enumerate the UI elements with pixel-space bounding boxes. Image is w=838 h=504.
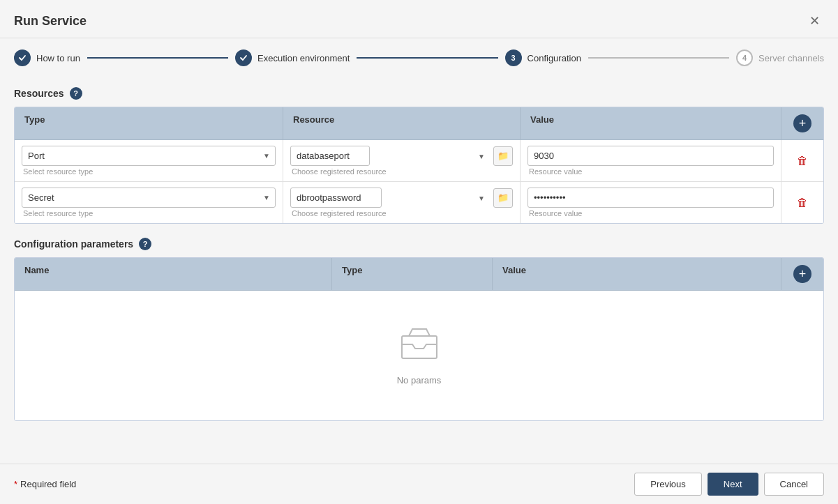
step-icon-server-channels: 4 [736, 49, 753, 66]
trash-icon-2: 🗑 [797, 197, 808, 209]
config-params-table-header: Name Type Value + [15, 258, 823, 291]
step-icon-execution-env [235, 49, 252, 66]
close-button[interactable]: ✕ [805, 11, 824, 31]
select-arrow-icon-res-2: ▼ [478, 194, 485, 201]
resource-value-hint-2: Resource value [528, 209, 774, 217]
required-label: Required field [20, 479, 76, 489]
resource-type-select-2[interactable]: Secret [22, 188, 276, 208]
resource-type-hint-1: Select resource type [22, 167, 276, 176]
empty-text: No params [397, 375, 442, 385]
resources-table-header: Type Resource Value + [15, 107, 823, 140]
resources-col-resource: Resource [283, 107, 521, 139]
resource-value-cell-1: Resource value [521, 140, 781, 181]
resource-type-cell-1: Port ▼ Select resource type [15, 140, 283, 181]
resources-table: Type Resource Value + Port [14, 107, 824, 224]
resources-section-header: Resources ? [14, 87, 824, 100]
step-icon-configuration: 3 [505, 49, 522, 66]
config-params-section-header: Configuration parameters ? [14, 238, 824, 250]
resource-type-select-wrapper-1: Port ▼ [22, 146, 276, 166]
table-row: Port ▼ Select resource type databaseport… [15, 140, 823, 182]
required-star: * [14, 479, 17, 489]
steps-bar: How to run Execution environment 3 Confi… [0, 38, 838, 77]
folder-icon-2: 📁 [497, 192, 509, 203]
step-label-how-to-run: How to run [36, 53, 80, 63]
resource-folder-button-2[interactable]: 📁 [493, 188, 513, 208]
resource-actions-cell-2: 🗑 [781, 182, 823, 223]
delete-resource-button-2[interactable]: 🗑 [794, 194, 811, 212]
step-connector-3 [588, 57, 729, 59]
step-configuration[interactable]: 3 Configuration [505, 49, 581, 66]
footer-buttons: Previous Next Cancel [634, 473, 824, 496]
step-label-server-channels: Server channels [758, 53, 824, 63]
resource-type-hint-2: Select resource type [22, 209, 276, 217]
empty-state: No params [15, 291, 823, 420]
select-arrow-icon-res-1: ▼ [478, 152, 485, 160]
step-execution-env[interactable]: Execution environment [235, 49, 350, 66]
table-row: Secret ▼ Select resource type dbrootpass… [15, 182, 823, 223]
dialog-header: Run Service ✕ [0, 0, 838, 38]
trash-icon-1: 🗑 [797, 155, 808, 167]
resource-value-hint-1: Resource value [528, 167, 774, 176]
step-how-to-run[interactable]: How to run [14, 49, 80, 66]
required-field-note: * Required field [14, 479, 76, 489]
add-param-button[interactable]: + [793, 265, 811, 283]
resource-folder-button-1[interactable]: 📁 [493, 146, 513, 166]
config-params-title: Configuration parameters [14, 238, 133, 250]
step-label-execution-env: Execution environment [257, 53, 350, 63]
resource-type-cell-2: Secret ▼ Select resource type [15, 182, 283, 223]
params-col-name: Name [15, 258, 332, 290]
config-params-table: Name Type Value + [14, 257, 824, 421]
resources-col-add: + [781, 107, 823, 139]
dialog-body: Resources ? Type Resource Value + [0, 77, 838, 464]
resources-col-value: Value [521, 107, 781, 139]
resource-name-hint-2: Choose registered resource [290, 209, 513, 217]
step-icon-how-to-run [14, 49, 31, 66]
delete-resource-button-1[interactable]: 🗑 [794, 152, 811, 170]
dialog-footer: * Required field Previous Next Cancel [0, 464, 838, 504]
config-params-help-icon[interactable]: ? [139, 238, 151, 250]
resource-value-input-1[interactable] [528, 146, 774, 166]
resources-help-icon[interactable]: ? [70, 87, 82, 100]
resource-value-cell-2: Resource value [521, 182, 781, 223]
resource-type-select-wrapper-2: Secret ▼ [22, 188, 276, 208]
step-connector-1 [87, 57, 228, 59]
resources-col-type: Type [15, 107, 283, 139]
next-button[interactable]: Next [708, 473, 758, 496]
resource-name-cell-1: databaseport ▼ 📁 Choose registered resou… [283, 140, 521, 181]
resource-name-hint-1: Choose registered resource [290, 167, 513, 176]
previous-button[interactable]: Previous [634, 473, 702, 496]
resources-title: Resources [14, 88, 64, 99]
resource-name-cell-2: dbrootpassword ▼ 📁 Choose registered res… [283, 182, 521, 223]
folder-icon-1: 📁 [497, 151, 509, 161]
run-service-dialog: Run Service ✕ How to run [0, 0, 838, 504]
step-server-channels[interactable]: 4 Server channels [736, 49, 824, 66]
cancel-button[interactable]: Cancel [764, 473, 824, 496]
resource-name-select-1[interactable]: databaseport [290, 146, 370, 166]
step-label-configuration: Configuration [528, 53, 581, 63]
params-col-type: Type [332, 258, 493, 290]
resource-value-input-2[interactable] [528, 188, 774, 208]
params-col-add: + [781, 258, 823, 290]
step-connector-2 [357, 57, 497, 59]
resource-type-select-1[interactable]: Port [22, 146, 276, 166]
resource-actions-cell-1: 🗑 [781, 140, 823, 181]
params-col-value: Value [493, 258, 781, 290]
resource-name-select-2[interactable]: dbrootpassword [290, 188, 382, 208]
empty-inbox-icon [398, 326, 440, 367]
add-resource-button[interactable]: + [793, 114, 811, 132]
resource-input-wrapper-2: dbrootpassword ▼ 📁 [290, 188, 513, 208]
close-icon: ✕ [809, 13, 820, 29]
svg-rect-2 [402, 336, 437, 358]
resource-input-wrapper-1: databaseport ▼ 📁 [290, 146, 513, 166]
dialog-title: Run Service [14, 14, 87, 29]
